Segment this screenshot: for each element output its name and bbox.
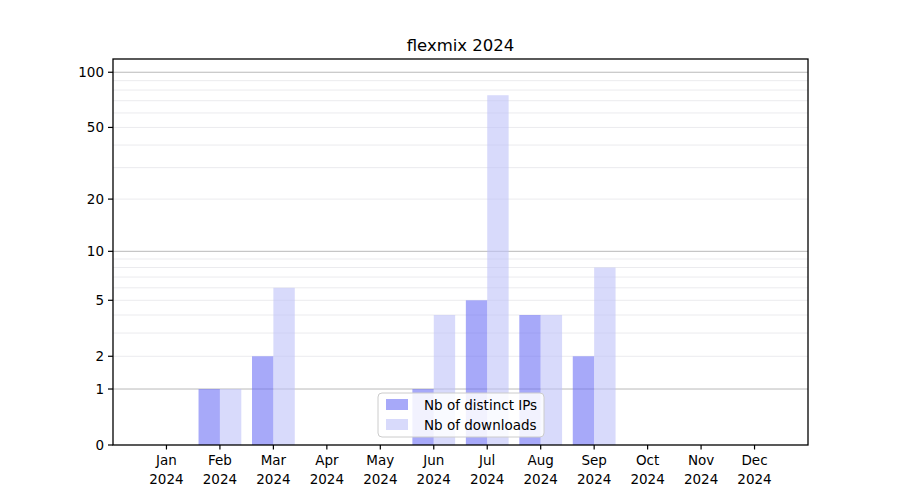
bar-downloads-sep: [594, 268, 615, 445]
x-tick-label-year: 2024: [256, 471, 290, 487]
y-tick-label: 1: [95, 381, 104, 397]
x-tick-label-year: 2024: [630, 471, 664, 487]
x-tick-label-year: 2024: [363, 471, 397, 487]
bar-distinct-ips-feb: [199, 389, 220, 445]
x-tick-label-year: 2024: [684, 471, 718, 487]
y-tick-label: 0: [95, 437, 104, 453]
legend-swatch-distinct-ips: [386, 399, 408, 410]
x-tick-label-month: May: [366, 452, 394, 468]
x-tick-label-year: 2024: [149, 471, 183, 487]
y-tick-label: 10: [87, 243, 104, 259]
x-tick-label-year: 2024: [417, 471, 451, 487]
x-tick-label-year: 2024: [310, 471, 344, 487]
y-tick-label: 2: [95, 348, 104, 364]
x-tick-label-month: Feb: [208, 452, 232, 468]
x-tick-label-year: 2024: [203, 471, 237, 487]
legend-swatch-downloads: [386, 419, 408, 430]
x-tick-label-month: Jan: [155, 452, 177, 468]
bar-downloads-mar: [273, 288, 294, 445]
legend-label-downloads: Nb of downloads: [424, 417, 537, 433]
x-tick-label-month: Jul: [478, 452, 495, 468]
x-tick-label-year: 2024: [470, 471, 504, 487]
y-tick-label: 100: [78, 64, 104, 80]
chart-canvas: 0125102050100Jan2024Feb2024Mar2024Apr202…: [0, 0, 900, 500]
x-tick-label-month: Aug: [528, 452, 554, 468]
y-tick-label: 50: [87, 119, 104, 135]
plot-border: [113, 59, 808, 445]
minor-gridlines: [113, 81, 808, 357]
bar-chart: 0125102050100Jan2024Feb2024Mar2024Apr202…: [0, 0, 900, 500]
major-gridlines: [113, 72, 808, 389]
y-tick-label: 20: [87, 191, 104, 207]
x-tick-label-month: Dec: [741, 452, 767, 468]
x-tick-label-month: Nov: [688, 452, 714, 468]
chart-title: flexmix 2024: [407, 36, 515, 55]
x-tick-label-month: Oct: [636, 452, 659, 468]
legend: Nb of distinct IPs Nb of downloads: [378, 393, 544, 437]
bar-distinct-ips-sep: [573, 356, 594, 445]
legend-label-distinct-ips: Nb of distinct IPs: [424, 397, 537, 413]
x-tick-label-month: Apr: [315, 452, 339, 468]
y-tick-label: 5: [95, 292, 104, 308]
bar-distinct-ips-mar: [252, 356, 273, 445]
bar-downloads-feb: [220, 389, 241, 445]
x-tick-label-month: Sep: [581, 452, 606, 468]
x-tick-label-year: 2024: [524, 471, 558, 487]
x-tick-label-month: Jun: [422, 452, 444, 468]
x-tick-label-month: Mar: [261, 452, 287, 468]
x-tick-label-year: 2024: [737, 471, 771, 487]
x-tick-label-year: 2024: [577, 471, 611, 487]
